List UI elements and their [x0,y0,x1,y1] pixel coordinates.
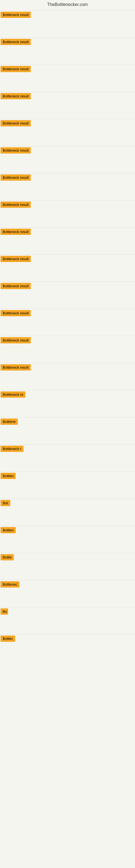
page-container: TheBottlenecker.com Bottleneck resultBot… [0,0,135,659]
list-item: Bottleneck result [1,252,135,279]
divider [1,200,135,200]
list-item: Bottleneck result [1,225,135,252]
bottleneck-badge[interactable]: Bottleneck result [1,229,31,235]
bottleneck-badge[interactable]: Bo [1,609,8,615]
list-item: Bottlen [1,524,135,551]
bottleneck-badge[interactable]: Bottleneck result [1,120,31,126]
list-item: Bottle [1,551,135,578]
divider [1,580,135,580]
list-item: Bottleneck re [1,388,135,415]
bottleneck-badge[interactable]: Bottle [1,554,14,560]
bottleneck-badge[interactable]: Bottleneck r [1,446,24,452]
bottleneck-badge[interactable]: Bottleneck result [1,66,31,72]
bottleneck-badge[interactable]: Bottleneck result [1,283,31,289]
list-item: Bottleneck result [1,198,135,225]
list-item: Bottleneck result [1,279,135,307]
bottleneck-badge[interactable]: Bottlene [1,418,18,425]
list-item: Bottleneck result [1,62,135,90]
bottleneck-badge[interactable]: Bottlenec [1,581,19,588]
list-item: Bottleneck result [1,8,135,35]
bottleneck-badge[interactable]: Bottleneck re [1,392,26,398]
list-item: Bottlen [1,469,135,496]
bottleneck-badge[interactable]: Bottleneck result [1,337,31,343]
bottleneck-badge[interactable]: Bottleneck result [1,310,31,316]
divider [1,634,135,634]
divider [1,417,135,417]
list-item: Bottleneck result [1,334,135,361]
list-item: Bot [1,496,135,524]
bottleneck-badge[interactable]: Bottleneck result [1,147,31,154]
list-item: Bottleneck r [1,442,135,469]
bottleneck-badge[interactable]: Bottlen [1,473,16,479]
bottleneck-badge[interactable]: Bottleneck result [1,202,31,208]
divider [1,254,135,255]
bottleneck-badge[interactable]: Bottleneck result [1,364,31,371]
divider [1,37,135,38]
list-item: Bottleneck result [1,361,135,388]
list-item: Bottleneck result [1,144,135,171]
bottleneck-badge[interactable]: Bottleneck result [1,175,31,181]
list-item: Bo [1,605,135,632]
bottleneck-badge[interactable]: Bottleneck result [1,39,31,45]
bottleneck-badge[interactable]: Bottleneck result [1,12,31,18]
items-list: Bottleneck resultBottleneck resultBottle… [0,8,135,659]
divider [1,526,135,526]
bottleneck-badge[interactable]: Bottleneck result [1,93,31,99]
divider [1,309,135,309]
divider [1,471,135,472]
bottleneck-badge[interactable]: Bot [1,500,10,506]
list-item: Bottleneck result [1,171,135,198]
list-item: Bottler [1,632,135,659]
list-item: Bottleneck result [1,90,135,117]
list-item: Bottlenec [1,578,135,605]
divider [1,92,135,92]
site-title: TheBottlenecker.com [0,0,135,8]
list-item: Bottleneck result [1,117,135,144]
list-item: Bottlene [1,415,135,442]
divider [1,146,135,146]
list-item: Bottleneck result [1,307,135,334]
bottleneck-badge[interactable]: Bottler [1,636,15,642]
list-item: Bottleneck result [1,35,135,62]
bottleneck-badge[interactable]: Bottleneck result [1,256,31,262]
bottleneck-badge[interactable]: Bottlen [1,527,16,533]
divider [1,363,135,363]
